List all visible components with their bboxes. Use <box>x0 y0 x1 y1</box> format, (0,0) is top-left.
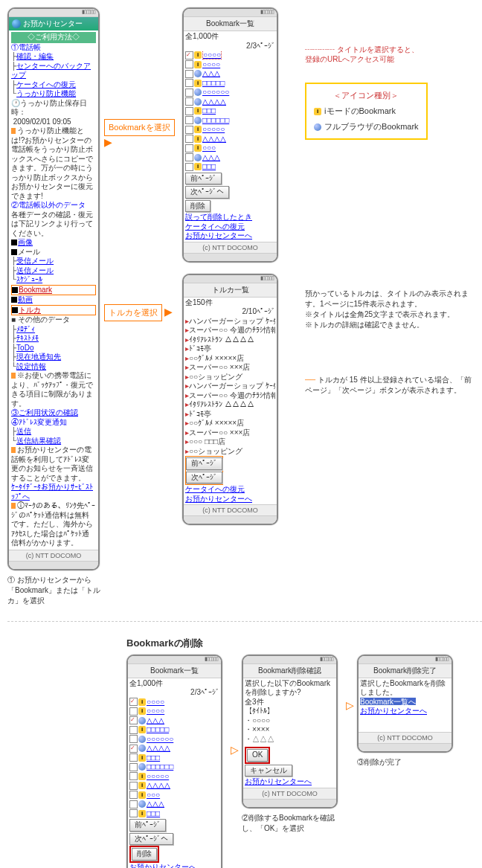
bookmark-item[interactable]: ○○○○○○ <box>202 88 229 96</box>
link-mis-delete[interactable]: 誤って削除したとき <box>185 213 252 221</box>
checkbox[interactable] <box>129 772 138 780</box>
checkbox[interactable] <box>129 763 138 771</box>
checkbox[interactable] <box>129 753 138 762</box>
link-ukkari[interactable]: うっかり防止機能 <box>16 89 76 97</box>
link-center4[interactable]: お預かりセンターへ <box>129 863 196 869</box>
phone3-footer: (c) NTT DOCOMO <box>184 504 277 515</box>
item-loc[interactable]: 現在地通知先 <box>16 353 61 361</box>
bookmark-item[interactable]: △△△△ <box>202 135 226 143</box>
bookmark-item[interactable]: □□□□□ <box>147 725 169 733</box>
checkbox[interactable] <box>185 153 193 161</box>
checkbox[interactable] <box>129 735 138 743</box>
item-bookmark[interactable]: Bookmark <box>19 286 52 294</box>
checkbox[interactable] <box>185 97 193 106</box>
btn-delete[interactable]: 削除 <box>185 200 211 213</box>
bookmark-item[interactable]: □□□□□ <box>202 79 225 87</box>
bookmark-item[interactable]: ○○○ <box>202 144 216 152</box>
item-todo[interactable]: ToDo <box>16 344 33 352</box>
checkbox[interactable] <box>185 135 193 143</box>
link-sendres[interactable]: 送信結果確認 <box>16 437 61 445</box>
link-backup[interactable]: センターへのバックアップ <box>11 62 91 80</box>
checkbox[interactable] <box>129 782 138 790</box>
item-image[interactable]: 画像 <box>18 238 33 246</box>
link-center-t[interactable]: お預かりセンターへ <box>185 495 252 503</box>
btn-delete4[interactable]: 削除 <box>132 848 157 861</box>
usage-header: ◇ご利用方法◇ <box>11 32 96 43</box>
bookmark-item[interactable]: □□□□□□ <box>202 116 229 124</box>
bookmark-item[interactable]: ○○○○ <box>202 60 220 68</box>
btn-prev-t[interactable]: 前ﾍﾟｰｼﾞ <box>186 457 222 470</box>
bookmark-item[interactable]: ○○○○ <box>147 707 164 715</box>
btn-prev4[interactable]: 前ﾍﾟｰｼﾞ <box>129 819 166 832</box>
bookmark-item[interactable]: □□□ <box>147 753 160 762</box>
btn-ok[interactable]: OK <box>247 749 268 762</box>
bookmark-item[interactable]: □□□ <box>147 809 160 817</box>
item-sched[interactable]: ｽｹｼﾞｭｰﾙ <box>16 275 42 283</box>
item-settings[interactable]: 設定情報 <box>16 362 46 370</box>
checkbox[interactable] <box>185 79 193 87</box>
link-center5[interactable]: お預かりセンターへ <box>245 777 312 785</box>
link-send[interactable]: 送信 <box>16 427 31 435</box>
checkbox[interactable] <box>129 745 138 753</box>
item-recv[interactable]: 受信メール <box>16 257 54 265</box>
bookmark-item[interactable]: □□□□□□ <box>147 762 173 771</box>
toruca-item: ハンバーガーショップ ｹｰﾀｲｸｰﾎﾟﾝ <box>189 317 275 325</box>
btn-prev[interactable]: 前ﾍﾟｰｼﾞ <box>185 173 222 185</box>
link-confirm-edit[interactable]: 確認・編集 <box>16 52 54 60</box>
link-restore-ktai-t[interactable]: ケータイへの復元 <box>185 485 245 493</box>
bookmark-item[interactable]: △△△ <box>202 69 220 77</box>
link-restore[interactable]: ケータイへの復元 <box>16 80 76 89</box>
checkbox[interactable] <box>129 698 138 706</box>
bookmark-item[interactable]: △△△△ <box>202 97 226 106</box>
checkbox[interactable] <box>185 70 193 78</box>
checkbox[interactable] <box>129 716 138 724</box>
btn-cancel[interactable]: キャンセル <box>245 765 292 777</box>
checkbox[interactable] <box>185 60 193 68</box>
checkbox[interactable] <box>129 707 138 716</box>
link-center6[interactable]: お預かりセンターへ <box>360 707 427 715</box>
phone6-msg: 選択したBookmarkを削除しました。 <box>360 679 450 698</box>
link-restore-ktai[interactable]: ケータイへの復元 <box>185 222 245 231</box>
checkbox[interactable] <box>185 116 193 124</box>
bookmark-item[interactable]: □□□ <box>202 106 216 115</box>
item-toruca[interactable]: トルカ <box>19 306 41 314</box>
sec3-title[interactable]: ③ご利用状況の確認 <box>11 408 96 418</box>
btn-next4[interactable]: 次ﾍﾟｰｼﾞへ <box>129 833 173 846</box>
bookmark-item[interactable]: ○○○○ <box>147 698 164 706</box>
link-service-top[interactable]: ｹｰﾀｲﾃﾞｰﾀお預かりｻｰﾋﾞｽﾄｯﾌﾟへ <box>11 483 93 501</box>
checkbox[interactable] <box>129 809 138 817</box>
checkbox[interactable] <box>185 163 193 171</box>
caption-6: ③削除が完了 <box>357 757 461 768</box>
item-send[interactable]: 送信メール <box>16 266 54 274</box>
btn-next-t[interactable]: 次ﾍﾟｰｼﾞ <box>186 472 222 484</box>
link-bm-list[interactable]: Bookmark一覧へ <box>360 698 416 706</box>
toruca-item: ○○ショッピング <box>189 373 242 381</box>
item-melody[interactable]: ﾒﾛﾃﾞｨ <box>16 325 35 333</box>
item-textmemo[interactable]: ﾃｷｽﾄﾒﾓ <box>16 334 39 342</box>
bookmark-item[interactable]: △△△ <box>202 153 220 161</box>
toruca-item: スーパー○○ 今週のﾁﾗｼ情報 <box>189 326 275 334</box>
bookmark-item[interactable]: ○○○○ <box>202 51 222 60</box>
item-movie[interactable]: 動画 <box>18 295 33 303</box>
bookmark-item[interactable]: ○○○○○○ <box>147 735 173 743</box>
checkbox[interactable] <box>185 107 193 115</box>
checkbox[interactable] <box>129 800 138 808</box>
bookmark-item[interactable]: ○○○○○ <box>202 125 225 133</box>
checkbox[interactable] <box>185 51 193 60</box>
checkbox[interactable] <box>185 126 193 134</box>
bookmark-item[interactable]: △△△ <box>147 716 164 724</box>
bookmark-item[interactable]: ○○○○○ <box>147 772 169 780</box>
bookmark-item[interactable]: △△△△ <box>147 781 170 789</box>
checkbox[interactable] <box>129 726 138 734</box>
bookmark-item[interactable]: □□□ <box>202 162 216 170</box>
checkbox[interactable] <box>185 89 193 97</box>
link-center[interactable]: お預かりセンターへ <box>185 231 252 239</box>
bookmark-item[interactable]: ○○○ <box>147 791 160 799</box>
checkbox[interactable] <box>185 144 193 152</box>
toruca-item: スーパー○○ 今週のﾁﾗｼ情報 <box>189 391 275 399</box>
btn-next[interactable]: 次ﾍﾟｰｼﾞへ <box>185 186 229 199</box>
phone3-title: トルカ一覧 <box>184 283 277 298</box>
bookmark-item[interactable]: △△△△ <box>147 744 170 752</box>
checkbox[interactable] <box>129 791 138 799</box>
bookmark-item[interactable]: △△△ <box>147 800 164 808</box>
